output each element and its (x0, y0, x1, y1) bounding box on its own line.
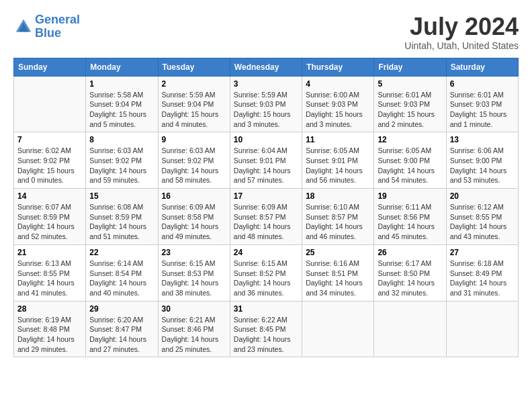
day-number: 3 (234, 79, 298, 89)
calendar-week-row: 28Sunrise: 6:19 AM Sunset: 8:48 PM Dayli… (14, 301, 519, 357)
day-number: 24 (234, 248, 298, 257)
calendar-week-row: 1Sunrise: 5:58 AM Sunset: 9:04 PM Daylig… (14, 76, 519, 132)
day-info: Sunrise: 5:59 AM Sunset: 9:03 PM Dayligh… (234, 90, 298, 130)
calendar-cell: 17Sunrise: 6:09 AM Sunset: 8:57 PM Dayli… (230, 189, 302, 245)
day-number: 9 (162, 135, 226, 144)
weekday-header: Monday (86, 58, 158, 76)
calendar-cell: 12Sunrise: 6:05 AM Sunset: 9:00 PM Dayli… (374, 132, 446, 189)
page-header: General Blue July 2024 Uintah, Utah, Uni… (13, 13, 519, 51)
calendar-cell: 8Sunrise: 6:03 AM Sunset: 9:02 PM Daylig… (86, 132, 158, 189)
calendar-cell: 19Sunrise: 6:11 AM Sunset: 8:56 PM Dayli… (374, 189, 446, 245)
day-number: 11 (306, 135, 370, 144)
day-number: 4 (306, 79, 370, 89)
logo-icon (13, 17, 34, 37)
calendar-cell (374, 301, 446, 357)
calendar-cell: 28Sunrise: 6:19 AM Sunset: 8:48 PM Dayli… (14, 301, 86, 357)
day-number: 5 (378, 79, 442, 89)
day-info: Sunrise: 6:07 AM Sunset: 8:59 PM Dayligh… (17, 202, 82, 242)
calendar-cell (14, 76, 86, 132)
calendar-cell: 6Sunrise: 6:01 AM Sunset: 9:03 PM Daylig… (446, 76, 518, 132)
calendar-cell: 5Sunrise: 6:01 AM Sunset: 9:03 PM Daylig… (374, 76, 446, 132)
calendar-week-row: 7Sunrise: 6:02 AM Sunset: 9:02 PM Daylig… (14, 132, 519, 189)
calendar-cell (302, 301, 374, 357)
calendar-week-row: 14Sunrise: 6:07 AM Sunset: 8:59 PM Dayli… (14, 189, 519, 245)
day-number: 30 (162, 304, 226, 314)
calendar-cell: 1Sunrise: 5:58 AM Sunset: 9:04 PM Daylig… (86, 76, 158, 132)
calendar-cell: 24Sunrise: 6:15 AM Sunset: 8:52 PM Dayli… (230, 244, 302, 301)
day-info: Sunrise: 6:01 AM Sunset: 9:03 PM Dayligh… (378, 90, 442, 130)
calendar-cell: 30Sunrise: 6:21 AM Sunset: 8:46 PM Dayli… (158, 301, 230, 357)
day-number: 8 (89, 135, 154, 144)
day-info: Sunrise: 6:05 AM Sunset: 9:00 PM Dayligh… (378, 146, 442, 185)
day-number: 18 (306, 191, 370, 201)
calendar-cell: 25Sunrise: 6:16 AM Sunset: 8:51 PM Dayli… (302, 244, 374, 301)
weekday-header: Friday (374, 58, 446, 76)
day-info: Sunrise: 6:16 AM Sunset: 8:51 PM Dayligh… (306, 259, 370, 298)
day-number: 21 (17, 248, 82, 257)
day-info: Sunrise: 6:15 AM Sunset: 8:52 PM Dayligh… (234, 259, 298, 298)
day-number: 19 (378, 191, 442, 201)
day-info: Sunrise: 6:22 AM Sunset: 8:45 PM Dayligh… (234, 315, 298, 355)
day-number: 7 (17, 135, 82, 144)
day-number: 13 (450, 135, 515, 144)
calendar-cell: 14Sunrise: 6:07 AM Sunset: 8:59 PM Dayli… (14, 189, 86, 245)
day-number: 6 (450, 79, 515, 89)
calendar-cell: 13Sunrise: 6:06 AM Sunset: 9:00 PM Dayli… (446, 132, 518, 189)
day-info: Sunrise: 6:19 AM Sunset: 8:48 PM Dayligh… (17, 315, 82, 355)
day-info: Sunrise: 6:03 AM Sunset: 9:02 PM Dayligh… (162, 146, 226, 185)
day-info: Sunrise: 6:21 AM Sunset: 8:46 PM Dayligh… (162, 315, 226, 355)
calendar-cell: 9Sunrise: 6:03 AM Sunset: 9:02 PM Daylig… (158, 132, 230, 189)
weekday-header: Sunday (14, 58, 86, 76)
calendar-cell: 21Sunrise: 6:13 AM Sunset: 8:55 PM Dayli… (14, 244, 86, 301)
logo-line1: General (35, 13, 80, 26)
day-number: 10 (234, 135, 298, 144)
day-info: Sunrise: 6:13 AM Sunset: 8:55 PM Dayligh… (17, 259, 82, 298)
calendar-cell: 2Sunrise: 5:59 AM Sunset: 9:04 PM Daylig… (158, 76, 230, 132)
logo-text: General Blue (35, 13, 80, 40)
day-info: Sunrise: 6:15 AM Sunset: 8:53 PM Dayligh… (162, 259, 226, 298)
day-info: Sunrise: 6:18 AM Sunset: 8:49 PM Dayligh… (450, 259, 515, 298)
day-info: Sunrise: 5:59 AM Sunset: 9:04 PM Dayligh… (162, 90, 226, 130)
day-info: Sunrise: 6:01 AM Sunset: 9:03 PM Dayligh… (450, 90, 515, 130)
day-number: 26 (378, 248, 442, 257)
day-info: Sunrise: 6:09 AM Sunset: 8:57 PM Dayligh… (234, 202, 298, 242)
calendar-cell: 23Sunrise: 6:15 AM Sunset: 8:53 PM Dayli… (158, 244, 230, 301)
day-number: 23 (162, 248, 226, 257)
weekday-header: Tuesday (158, 58, 230, 76)
day-info: Sunrise: 6:17 AM Sunset: 8:50 PM Dayligh… (378, 259, 442, 298)
calendar-cell (446, 301, 518, 357)
day-info: Sunrise: 6:05 AM Sunset: 9:01 PM Dayligh… (306, 146, 370, 185)
day-info: Sunrise: 6:08 AM Sunset: 8:59 PM Dayligh… (89, 202, 154, 242)
day-number: 17 (234, 191, 298, 201)
day-number: 28 (17, 304, 82, 314)
day-info: Sunrise: 6:20 AM Sunset: 8:47 PM Dayligh… (89, 315, 154, 355)
location-title: Uintah, Utah, United States (404, 40, 519, 51)
day-info: Sunrise: 6:11 AM Sunset: 8:56 PM Dayligh… (378, 202, 442, 242)
month-title: July 2024 (404, 13, 519, 40)
calendar-cell: 10Sunrise: 6:04 AM Sunset: 9:01 PM Dayli… (230, 132, 302, 189)
calendar-cell: 22Sunrise: 6:14 AM Sunset: 8:54 PM Dayli… (86, 244, 158, 301)
day-number: 14 (17, 191, 82, 201)
weekday-header: Wednesday (230, 58, 302, 76)
calendar-cell: 4Sunrise: 6:00 AM Sunset: 9:03 PM Daylig… (302, 76, 374, 132)
day-number: 16 (162, 191, 226, 201)
calendar-cell: 3Sunrise: 5:59 AM Sunset: 9:03 PM Daylig… (230, 76, 302, 132)
day-info: Sunrise: 6:10 AM Sunset: 8:57 PM Dayligh… (306, 202, 370, 242)
logo-line2: Blue (35, 26, 61, 40)
day-number: 25 (306, 248, 370, 257)
title-block: July 2024 Uintah, Utah, United States (404, 13, 519, 51)
calendar-cell: 18Sunrise: 6:10 AM Sunset: 8:57 PM Dayli… (302, 189, 374, 245)
calendar-cell: 16Sunrise: 6:09 AM Sunset: 8:58 PM Dayli… (158, 189, 230, 245)
day-info: Sunrise: 6:00 AM Sunset: 9:03 PM Dayligh… (306, 90, 370, 130)
calendar-cell: 26Sunrise: 6:17 AM Sunset: 8:50 PM Dayli… (374, 244, 446, 301)
calendar-cell: 20Sunrise: 6:12 AM Sunset: 8:55 PM Dayli… (446, 189, 518, 245)
calendar-table: SundayMondayTuesdayWednesdayThursdayFrid… (13, 58, 519, 358)
day-info: Sunrise: 6:04 AM Sunset: 9:01 PM Dayligh… (234, 146, 298, 185)
calendar-cell: 27Sunrise: 6:18 AM Sunset: 8:49 PM Dayli… (446, 244, 518, 301)
calendar-cell: 31Sunrise: 6:22 AM Sunset: 8:45 PM Dayli… (230, 301, 302, 357)
day-info: Sunrise: 6:02 AM Sunset: 9:02 PM Dayligh… (17, 146, 82, 185)
day-number: 31 (234, 304, 298, 314)
day-number: 27 (450, 248, 515, 257)
day-info: Sunrise: 6:09 AM Sunset: 8:58 PM Dayligh… (162, 202, 226, 242)
day-number: 15 (89, 191, 154, 201)
